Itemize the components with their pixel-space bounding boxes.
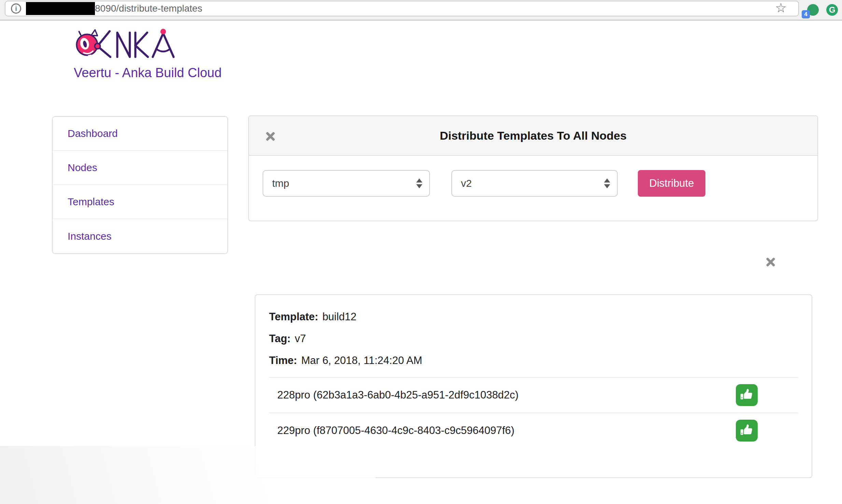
thumbs-up-glyph <box>740 423 754 438</box>
thumbs-up-icon <box>736 420 758 442</box>
time-line: Time: Mar 6, 2018, 11:24:20 AM <box>269 355 798 366</box>
node-name: 228pro (62b3a1a3-6ab0-4b25-a951-2df9c103… <box>277 389 519 401</box>
distribute-panel-body: tmp v2 Distribute <box>249 156 817 221</box>
extension-icon[interactable]: 4 <box>807 4 819 16</box>
template-label: Template: <box>269 311 318 323</box>
sidebar-item-instances[interactable]: Instances <box>53 219 227 253</box>
distribute-panel-title: Distribute Templates To All Nodes <box>440 129 627 142</box>
thumbs-up-glyph <box>740 388 754 402</box>
redacted-url-segment <box>26 2 95 15</box>
template-select[interactable]: tmp <box>263 170 430 197</box>
select-arrows-icon <box>416 179 422 188</box>
thumbs-up-icon <box>736 384 758 406</box>
bookmark-star-icon[interactable]: ☆ <box>775 1 787 14</box>
node-status-list: 228pro (62b3a1a3-6ab0-4b25-a951-2df9c103… <box>269 377 798 448</box>
browser-toolbar: i 8090/distribute-templates ☆ 4 G <box>0 0 842 20</box>
tag-select[interactable]: v2 <box>451 170 618 197</box>
node-row: 228pro (62b3a1a3-6ab0-4b25-a951-2df9c103… <box>269 377 798 412</box>
distribute-button[interactable]: Distribute <box>638 170 705 197</box>
notification-dismiss-icon[interactable] <box>765 256 776 268</box>
sidebar-item-label: Dashboard <box>68 128 118 139</box>
page-title: Veertu - Anka Build Cloud <box>74 66 222 80</box>
anka-logo <box>72 24 182 62</box>
page-info-icon[interactable]: i <box>11 3 21 14</box>
grammarly-icon[interactable]: G <box>826 4 838 16</box>
distribute-templates-panel: Distribute Templates To All Nodes tmp v2… <box>248 115 818 221</box>
tag-value: v7 <box>295 333 306 345</box>
template-line: Template: build12 <box>269 311 798 322</box>
sidebar-item-templates[interactable]: Templates <box>53 185 227 219</box>
template-select-value: tmp <box>272 178 289 189</box>
anka-logo-graphic <box>72 24 182 62</box>
tag-select-value: v2 <box>461 178 472 189</box>
time-value: Mar 6, 2018, 11:24:20 AM <box>301 354 422 367</box>
template-value: build12 <box>322 311 356 323</box>
select-arrows-icon <box>604 179 610 188</box>
close-icon[interactable] <box>265 130 276 142</box>
distribute-panel-header: Distribute Templates To All Nodes <box>249 116 817 156</box>
node-row: 229pro (f8707005-4630-4c9c-8403-c9c59640… <box>269 412 798 448</box>
tag-line: Tag: v7 <box>269 333 798 344</box>
sidebar-item-label: Instances <box>68 230 111 242</box>
address-bar[interactable]: i 8090/distribute-templates ☆ <box>5 1 799 16</box>
distribution-result-card: Template: build12 Tag: v7 Time: Mar 6, 2… <box>255 294 812 478</box>
sidebar-nav: Dashboard Nodes Templates Instances <box>52 116 228 254</box>
sidebar-item-nodes[interactable]: Nodes <box>53 151 227 185</box>
node-name: 229pro (f8707005-4630-4c9c-8403-c9c59640… <box>277 424 515 437</box>
sidebar-item-label: Templates <box>68 196 114 208</box>
sidebar-item-dashboard[interactable]: Dashboard <box>53 117 227 151</box>
distribution-meta: Template: build12 Tag: v7 Time: Mar 6, 2… <box>255 295 812 366</box>
url-text: 8090/distribute-templates <box>95 3 202 14</box>
tag-label: Tag: <box>269 333 291 345</box>
extension-badge: 4 <box>802 10 810 18</box>
sidebar-item-label: Nodes <box>68 162 97 173</box>
time-label: Time: <box>269 354 297 367</box>
